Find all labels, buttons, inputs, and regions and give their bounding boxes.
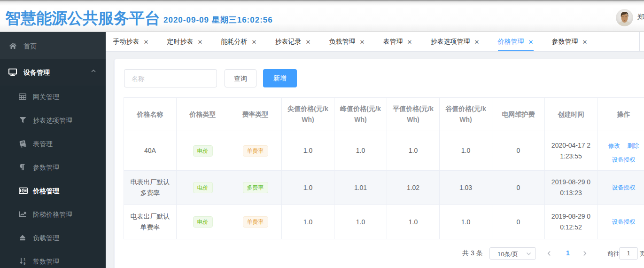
svg-text:1: 1 — [23, 258, 25, 261]
svg-text:9: 9 — [23, 261, 25, 265]
